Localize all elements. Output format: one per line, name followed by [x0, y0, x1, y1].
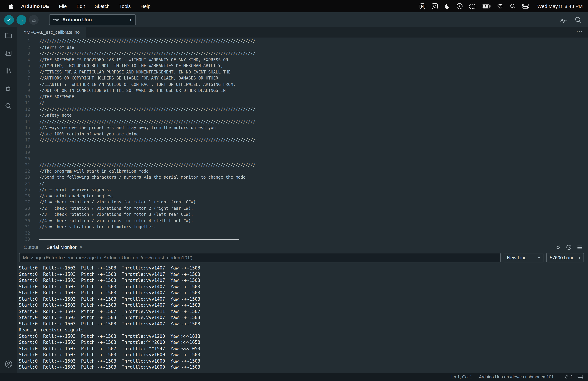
code-line: 4//THE SOFTWARE IS PROVIDED "AS IS", WIT…	[17, 57, 588, 63]
code-line: 26//a = print quadcopter angles.	[17, 193, 588, 199]
serial-output-line: Start:0 Roll:-+-1503 Pitch:-+-1503 Throt…	[19, 314, 588, 321]
code-line: 17//////////////////////////////////////…	[17, 137, 588, 143]
code-text: //AUTHORS OR COPYRIGHT HOLDERS BE LIABLE…	[30, 75, 218, 82]
line-ending-value: New Line	[507, 255, 527, 260]
tab-output[interactable]: Output	[20, 244, 42, 250]
code-line: 7//AUTHORS OR COPYRIGHT HOLDERS BE LIABL…	[17, 75, 588, 82]
play-icon[interactable]	[456, 3, 463, 9]
code-text: //OUT OF OR IN CONNECTION WITH THE SOFTW…	[30, 88, 226, 94]
code-line: 3///////////////////////////////////////…	[17, 51, 588, 57]
serial-output-line: Start:0 Roll:-+-1503 Pitch:-+-1503 Throt…	[19, 271, 588, 277]
spotlight-search-icon[interactable]	[510, 3, 516, 9]
code-line: 1///////////////////////////////////////…	[17, 38, 588, 45]
file-tab-label: YMFC-AL_esc_calibrate.ino	[23, 30, 80, 35]
line-number: 27	[17, 199, 30, 205]
menu-tools[interactable]: Tools	[119, 3, 131, 9]
upload-button[interactable]: →	[17, 15, 26, 25]
code-text	[30, 150, 39, 156]
code-editor[interactable]: 1///////////////////////////////////////…	[17, 38, 588, 242]
code-text: //2 = check rotation / vibrations for mo…	[30, 205, 193, 212]
serial-output-line: Start:0 Roll:-+-1503 Pitch:-+-1503 Throt…	[19, 302, 588, 308]
code-text: //LIABILITY, WHETHER IN AN ACTION OF CON…	[30, 82, 235, 88]
code-text	[30, 143, 39, 150]
serial-output-line: Start:0 Roll:-+-1503 Pitch:-+-1503 Throt…	[19, 364, 588, 370]
code-line: 5//IMPLIED, INCLUDING BUT NOT LIMITED TO…	[17, 63, 588, 69]
code-line: 29//3 = check rotation / vibrations for …	[17, 212, 588, 218]
code-line: 23//Send the following characters / numb…	[17, 175, 588, 181]
verify-button[interactable]: ✓	[4, 15, 14, 25]
serial-output-line: Start:0 Roll:-+-1503 Pitch:-+-1503 Throt…	[19, 296, 588, 302]
close-icon[interactable]: ×	[80, 245, 83, 249]
code-text: //4 = check rotation / vibrations for mo…	[30, 218, 193, 224]
menu-edit[interactable]: Edit	[77, 3, 85, 9]
menubar-clock[interactable]: Wed May 8 8:48 PM	[537, 3, 583, 9]
code-text	[30, 230, 39, 236]
code-line: 19	[17, 150, 588, 156]
menu-sketch[interactable]: Sketch	[95, 3, 110, 9]
tab-more-button[interactable]: ···	[576, 28, 588, 37]
file-tab[interactable]: YMFC-AL_esc_calibrate.ino	[17, 27, 86, 38]
serial-output[interactable]: Start:0 Roll:-+-1503 Pitch:-+-1503 Throt…	[17, 263, 588, 373]
serial-output-line: Reading receiver signals.	[19, 327, 588, 333]
menu-help[interactable]: Help	[141, 3, 150, 9]
timestamp-clock-icon[interactable]	[566, 244, 572, 250]
boards-manager-icon[interactable]	[4, 49, 12, 57]
code-line: 13//Safety note	[17, 112, 588, 119]
line-number: 18	[17, 143, 30, 150]
line-number: 5	[17, 63, 30, 69]
line-number: 17	[17, 137, 30, 143]
code-text	[30, 156, 39, 162]
menubar-extra-app-icon[interactable]	[432, 3, 438, 9]
chevron-down-icon: ▾	[579, 256, 580, 260]
main-area: YMFC-AL_esc_calibrate.ino ··· 1/////////…	[0, 27, 588, 373]
baud-rate-dropdown[interactable]: 57600 baud ▾	[546, 253, 584, 262]
menubar-status-area: N	[420, 3, 583, 9]
clear-output-icon[interactable]	[577, 245, 583, 250]
board-connection-status: Arduino Uno on /dev/cu.usbmodem101	[479, 375, 554, 379]
notion-icon[interactable]: N	[420, 3, 425, 9]
menubar-app-name[interactable]: Arduino IDE	[21, 3, 49, 9]
screen-mirroring-icon[interactable]	[469, 4, 475, 9]
menu-file[interactable]: File	[59, 3, 67, 9]
wifi-icon[interactable]	[497, 4, 504, 9]
debug-panel-icon[interactable]	[4, 85, 12, 92]
bug-icon	[31, 17, 37, 22]
line-number: 10	[17, 94, 30, 100]
library-manager-icon[interactable]	[4, 67, 12, 75]
debug-button[interactable]	[29, 15, 39, 25]
toggle-panel-icon[interactable]	[578, 375, 583, 379]
code-line: 21//////////////////////////////////////…	[17, 162, 588, 168]
sketchbook-folder-icon[interactable]	[4, 31, 12, 39]
line-ending-dropdown[interactable]: New Line ▾	[504, 253, 543, 262]
serial-output-line: Start:0 Roll:-+-1503 Pitch:-+-1503 Throt…	[19, 321, 588, 327]
do-not-disturb-moon-icon[interactable]	[444, 3, 450, 9]
code-line: 15//Always remove the propellers and sta…	[17, 125, 588, 131]
serial-output-line: Start:0 Roll:-+-1507 Pitch:-+-1507 Throt…	[19, 308, 588, 314]
arduino-ide-window: Arduino IDE FileEditSketchToolsHelp N	[0, 0, 588, 381]
apple-menu-icon[interactable]	[8, 3, 14, 9]
cursor-position: Ln 1, Col 1	[451, 375, 472, 379]
arrow-right-icon: →	[19, 17, 24, 22]
line-number: 23	[17, 175, 30, 181]
statusbar: Ln 1, Col 1 Arduino Uno on /dev/cu.usbmo…	[0, 373, 588, 381]
serial-monitor-icon[interactable]	[574, 16, 582, 23]
collapse-panel-icon[interactable]	[555, 244, 561, 250]
line-number: 30	[17, 218, 30, 224]
battery-icon[interactable]	[482, 4, 491, 8]
code-line: 22//The program will start in calibratio…	[17, 168, 588, 175]
board-selector-dropdown[interactable]: Arduino Uno ▾	[49, 14, 136, 25]
line-number: 28	[17, 205, 30, 212]
code-text: //Send the following characters / number…	[30, 175, 245, 181]
control-center-icon[interactable]	[522, 4, 529, 9]
notifications-button[interactable]: 2	[564, 374, 573, 380]
serial-plotter-icon[interactable]	[560, 16, 568, 23]
code-text: ////////////////////////////////////////…	[30, 51, 255, 57]
account-icon[interactable]	[4, 360, 13, 368]
editor-horizontal-scrollbar[interactable]	[39, 239, 239, 240]
search-icon[interactable]	[4, 102, 12, 110]
serial-output-line: Start:0 Roll:-+-1503 Pitch:-+-1503 Throt…	[19, 358, 588, 364]
tab-serial-monitor[interactable]: Serial Monitor ×	[42, 244, 87, 250]
code-text: ////////////////////////////////////////…	[30, 106, 255, 112]
code-text: //Terms of use	[30, 45, 74, 51]
serial-message-input[interactable]	[19, 253, 501, 262]
